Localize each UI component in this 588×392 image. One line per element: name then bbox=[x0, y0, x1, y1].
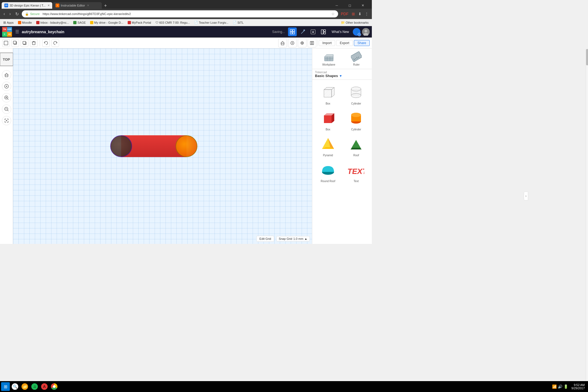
bookmark-inbox[interactable]: Inbox - bdautry@nc... bbox=[35, 21, 70, 24]
shape-text[interactable]: TEXT Text bbox=[343, 160, 370, 184]
new-object-button[interactable] bbox=[2, 39, 10, 47]
svg-rect-14 bbox=[13, 41, 16, 44]
back-button[interactable]: ‹ bbox=[2, 11, 6, 17]
shape-cylinder-solid-label: Cylinder bbox=[351, 128, 361, 131]
plus-badge: + bbox=[358, 33, 361, 36]
bookmark-603cmr[interactable]: 🛡 603 CMR 7:00: Regu... bbox=[154, 21, 191, 24]
redo-button[interactable] bbox=[51, 39, 59, 47]
undo-button[interactable] bbox=[42, 39, 50, 47]
shape-box-solid[interactable]: Box bbox=[314, 108, 342, 133]
bookmark-moodle[interactable]: Moodle bbox=[17, 21, 33, 24]
shapes-dropdown-button[interactable]: ▼ bbox=[339, 74, 342, 78]
add-user-button[interactable]: 👤 + bbox=[353, 28, 360, 36]
shape-cylinder-solid[interactable]: Cylinder bbox=[343, 108, 370, 133]
tinkercad-header: TIN KER C AD ☰ autrybreanna_keychain Sav… bbox=[0, 26, 372, 38]
workplane-button[interactable]: Workplane bbox=[322, 51, 335, 66]
shape-text-label: Text bbox=[354, 180, 359, 183]
bookmark-gdrive[interactable]: My drive - Google D... bbox=[89, 21, 124, 24]
rotate-button[interactable] bbox=[298, 39, 307, 47]
bookmark-mypack[interactable]: MyPack Portal bbox=[127, 21, 152, 24]
svg-point-59 bbox=[351, 93, 361, 98]
bookmark-sage[interactable]: SAGE bbox=[72, 21, 87, 24]
pdf-icon[interactable]: PDF bbox=[340, 11, 350, 17]
shape-roof[interactable]: Roof bbox=[343, 134, 370, 158]
shape-round-roof[interactable]: Round Roof bbox=[314, 160, 342, 184]
fit-tool[interactable] bbox=[2, 116, 11, 125]
bookmark-teacher-loan[interactable]: 📄 Teacher Loan Forgiv... bbox=[193, 20, 229, 24]
align-button[interactable] bbox=[288, 39, 297, 47]
home-tool[interactable] bbox=[2, 70, 11, 79]
copy-button[interactable] bbox=[11, 39, 19, 47]
logo-k: AD bbox=[7, 32, 12, 37]
duplicate-button[interactable] bbox=[21, 39, 28, 47]
canvas-area[interactable]: Edit Grid Snap Grid 1.0 mm ▲ bbox=[13, 48, 312, 244]
bookmark-sitl[interactable]: 📄 SiTL bbox=[232, 20, 245, 24]
forward-button[interactable]: › bbox=[8, 11, 12, 17]
shapes-source-label: Tinkercad bbox=[315, 71, 342, 74]
minimize-button[interactable]: ─ bbox=[330, 2, 343, 9]
hammer-button[interactable] bbox=[298, 27, 307, 36]
cylinder-left-cap bbox=[110, 135, 132, 157]
delete-button[interactable] bbox=[30, 39, 38, 47]
mirror-button[interactable] bbox=[308, 39, 316, 47]
close-button[interactable]: ✕ bbox=[357, 2, 369, 9]
svg-rect-30 bbox=[5, 75, 8, 77]
new-tab-button[interactable]: + bbox=[103, 3, 108, 9]
pyramid-icon bbox=[319, 135, 337, 153]
project-name: autrybreanna_keychain bbox=[22, 30, 272, 34]
whats-new-button[interactable]: What's New bbox=[329, 29, 351, 35]
bookmark-apps[interactable]: ⊞ Apps bbox=[2, 20, 15, 25]
svg-marker-71 bbox=[351, 148, 362, 149]
edit-grid-button[interactable]: Edit Grid bbox=[256, 236, 274, 242]
shape-pyramid[interactable]: Pyramid bbox=[314, 134, 342, 158]
hammer-icon bbox=[300, 29, 305, 34]
right-panel: Workplane Ruler bbox=[312, 48, 372, 244]
fit-icon bbox=[4, 118, 9, 123]
doc-icon: 📄 bbox=[194, 21, 198, 24]
mirror-icon bbox=[310, 41, 314, 45]
tinkercad-logo: TIN KER C AD bbox=[2, 27, 12, 37]
shape-cylinder-wireframe[interactable]: Cylinder bbox=[343, 82, 370, 107]
orbit-tool[interactable] bbox=[2, 82, 11, 91]
tab-active[interactable]: 3D 3D design Epic Kieran | T... × bbox=[2, 2, 52, 9]
redo-icon bbox=[53, 41, 57, 45]
apps-icon: ⊞ bbox=[3, 21, 6, 24]
bookmark-star-icon[interactable]: ☆ bbox=[331, 12, 335, 16]
svg-marker-60 bbox=[324, 115, 332, 123]
ruler-button[interactable]: Ruler bbox=[351, 51, 362, 66]
secure-icon: 🔒 bbox=[25, 12, 29, 16]
3d-object-container[interactable] bbox=[110, 135, 197, 157]
group-button[interactable] bbox=[319, 27, 328, 36]
reload-button[interactable]: ↻ bbox=[14, 11, 20, 17]
address-bar[interactable]: 🔒 Secure https://www.tinkercad.com/thing… bbox=[22, 10, 338, 17]
header-menu-icon[interactable]: ☰ bbox=[15, 29, 19, 34]
workplane-ruler-row: Workplane Ruler bbox=[312, 48, 372, 69]
tab-inactive[interactable]: I Instructable Editor × bbox=[53, 2, 102, 9]
download-shape-icon bbox=[311, 29, 316, 34]
tab-close-inactive[interactable]: × bbox=[87, 4, 89, 7]
zoom-out-tool[interactable] bbox=[2, 105, 11, 114]
shape-roof-label: Roof bbox=[353, 154, 359, 157]
export-icon-button[interactable] bbox=[309, 27, 317, 36]
export-button[interactable]: Export bbox=[336, 40, 353, 46]
zoom-in-tool[interactable] bbox=[2, 93, 11, 102]
grid-view-button[interactable] bbox=[288, 27, 297, 36]
share-button[interactable]: Share bbox=[354, 40, 370, 46]
home-view-button[interactable] bbox=[278, 39, 287, 47]
duplicate-icon bbox=[22, 41, 27, 45]
menu-icon[interactable]: ⋮ bbox=[364, 11, 370, 17]
snap-grid-control[interactable]: Snap Grid 1.0 mm ▲ bbox=[276, 236, 310, 241]
office-icon[interactable]: ⊞ bbox=[351, 11, 356, 17]
bookmark-other[interactable]: 📁 Other bookmarks bbox=[340, 20, 370, 25]
svg-rect-0 bbox=[290, 30, 292, 32]
download-icon[interactable]: ⬇ bbox=[357, 11, 363, 17]
bookmarks-bar: ⊞ Apps Moodle Inbox - bdautry@nc... SAGE… bbox=[0, 19, 372, 26]
tab-close-active[interactable]: × bbox=[48, 4, 50, 7]
main-area: TOP bbox=[0, 48, 372, 244]
new-icon bbox=[4, 41, 8, 45]
user-avatar[interactable] bbox=[362, 28, 370, 36]
maximize-button[interactable]: ◻ bbox=[344, 2, 356, 9]
import-button[interactable]: Import bbox=[319, 40, 335, 46]
shape-box-wireframe[interactable]: Box bbox=[314, 82, 342, 107]
app-container: TIN KER C AD ☰ autrybreanna_keychain Sav… bbox=[0, 26, 372, 244]
